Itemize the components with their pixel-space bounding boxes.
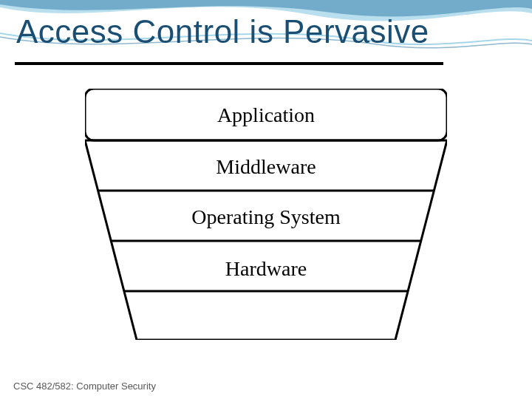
slide-title: Access Control is Pervasive bbox=[16, 13, 429, 50]
funnel-diagram: Application Middleware Operating System … bbox=[85, 89, 447, 340]
layer-hardware: Hardware bbox=[85, 257, 447, 281]
layer-middleware: Middleware bbox=[85, 155, 447, 179]
footer-course-label: CSC 482/582: Computer Security bbox=[13, 381, 156, 392]
layer-application: Application bbox=[85, 103, 447, 127]
layer-operating-system: Operating System bbox=[85, 205, 447, 229]
title-underline bbox=[15, 62, 443, 65]
